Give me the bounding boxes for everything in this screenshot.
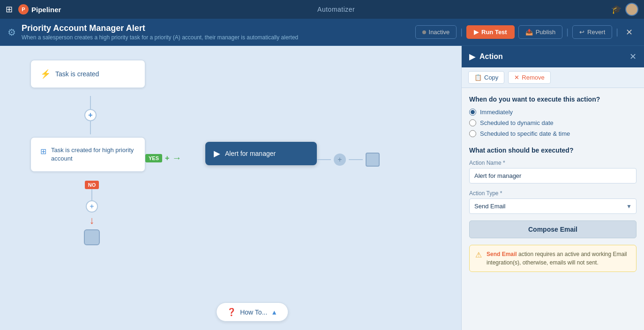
action-type-label: Action Type * (469, 190, 637, 197)
panel-content: When do you want to execute this action?… (462, 88, 644, 330)
separator1: | (460, 27, 463, 37)
condition-node[interactable]: ⊞ Task is created for high priority acco… (30, 137, 145, 172)
settings-icon[interactable]: ⚙ (7, 27, 16, 38)
compose-label: Compose Email (528, 226, 577, 233)
warning-bold-text: Send Email (487, 251, 517, 257)
panel-header: ▶ Action ✕ (462, 46, 644, 67)
radio-specific-input[interactable] (469, 130, 476, 137)
copy-label: Copy (484, 74, 498, 81)
no-line-v1 (91, 189, 92, 200)
page-title: Priority Account Manager Alert (22, 23, 410, 33)
publish-label: Publish (536, 29, 556, 36)
after-action-connector: + (317, 153, 380, 167)
publish-icon: 📤 (525, 29, 533, 36)
panel-play-icon: ▶ (469, 51, 476, 62)
timing-radio-group: Immediately Scheduled to dynamic date Sc… (469, 109, 637, 137)
panel-toolbar: 📋 Copy ✕ Remove (462, 67, 644, 88)
remove-button[interactable]: ✕ Remove (508, 71, 550, 84)
action-node[interactable]: ▶ Alert for manager (205, 142, 317, 165)
header-bar: ⚙ Priority Account Manager Alert When a … (0, 19, 644, 46)
logo-icon: P (18, 4, 29, 15)
radio-dynamic-label: Scheduled to dynamic date (480, 119, 554, 126)
header-title-block: Priority Account Manager Alert When a sa… (22, 23, 410, 41)
trigger-node-label: Task is created (55, 70, 99, 78)
action-play-icon: ▶ (214, 148, 220, 159)
section1-title: When do you want to execute this action? (469, 95, 637, 103)
revert-label: Revert (587, 29, 605, 36)
panel-title: Action (479, 52, 503, 61)
connector-line-v2 (90, 121, 91, 134)
trigger-node[interactable]: ⚡ Task is created (30, 60, 145, 88)
action-name-input[interactable] (469, 168, 637, 183)
nav-center-label: Automatizer (67, 6, 606, 13)
page-subtitle: When a salesperson creates a high priori… (22, 34, 410, 41)
warning-text: Send Email action requires an active and… (487, 250, 630, 267)
filter-icon: ⊞ (40, 147, 46, 156)
user-avatar[interactable] (625, 3, 638, 16)
action-node-label: Alert for manager (225, 150, 276, 157)
chevron-up-icon: ▲ (271, 308, 277, 316)
warning-icon: ⚠ (475, 250, 482, 259)
condition-node-label: Task is created for high priority accoun… (51, 146, 135, 163)
connector-line-v1 (90, 96, 91, 109)
radio-immediately-input[interactable] (469, 109, 476, 116)
close-header-button[interactable]: ✕ (622, 25, 637, 39)
inactive-label: Inactive (429, 29, 450, 36)
yes-arrow-icon: → (172, 153, 181, 163)
remove-icon: ✕ (514, 74, 519, 81)
how-to-label: How To... (240, 308, 267, 316)
publish-button[interactable]: 📤 Publish (518, 25, 563, 39)
radio-specific-label: Scheduled to specific date & time (480, 130, 570, 137)
run-test-button[interactable]: ▶ Run Test (466, 25, 515, 39)
add-after-action-button[interactable]: + (334, 154, 346, 166)
panel-close-button[interactable]: ✕ (629, 51, 637, 62)
panel-header-left: ▶ Action (469, 51, 503, 62)
inactive-button[interactable]: Inactive (415, 25, 457, 39)
run-test-play-icon: ▶ (474, 29, 479, 36)
yes-add-button[interactable]: + (165, 154, 169, 162)
revert-icon: ↩ (579, 29, 584, 36)
yes-badge: YES (145, 154, 162, 162)
section2-title: What action should be executed? (469, 147, 637, 154)
app-name: Pipeliner (31, 6, 61, 14)
separator3: | (616, 27, 618, 37)
copy-icon: 📋 (474, 74, 482, 81)
radio-dynamic[interactable]: Scheduled to dynamic date (469, 119, 637, 126)
action-name-label: Action Name * (469, 160, 637, 166)
how-to-button[interactable]: ❓ How To... ▲ (216, 302, 288, 322)
compose-email-button[interactable]: Compose Email (469, 220, 637, 238)
run-test-label: Run Test (481, 29, 507, 36)
status-dot (422, 30, 426, 34)
hat-icon[interactable]: 🎓 (611, 4, 622, 15)
header-actions: Inactive | ▶ Run Test 📤 Publish | ↩ Reve… (415, 25, 637, 39)
remove-label: Remove (522, 74, 544, 81)
revert-button[interactable]: ↩ Revert (572, 25, 612, 39)
line-after (317, 159, 331, 160)
no-badge: NO (85, 181, 99, 189)
connector-node1-node2: + (84, 96, 97, 134)
copy-button[interactable]: 📋 Copy (468, 71, 504, 84)
radio-immediately[interactable]: Immediately (469, 109, 637, 116)
radio-dynamic-input[interactable] (469, 119, 476, 126)
add-step-button-1[interactable]: + (84, 109, 97, 121)
action-type-select[interactable]: Send Email Send SMS Create Task Update F… (469, 198, 637, 214)
add-no-branch-button[interactable]: + (86, 200, 98, 213)
help-icon: ❓ (227, 308, 236, 316)
no-arrow-icon: ↓ (90, 214, 95, 227)
separator2: | (566, 27, 569, 37)
right-panel: ▶ Action ✕ 📋 Copy ✕ Remove When do you w… (461, 46, 644, 330)
main-layout: ⚡ Task is created + ⊞ Task is created fo… (0, 46, 644, 330)
warning-box: ⚠ Send Email action requires an active a… (469, 245, 637, 272)
grid-icon[interactable]: ⊞ (6, 4, 13, 15)
canvas-area: ⚡ Task is created + ⊞ Task is created fo… (0, 46, 461, 330)
yes-branch: YES + → (145, 153, 181, 163)
no-branch: NO + ↓ (84, 181, 100, 245)
app-logo: P Pipeliner (18, 4, 61, 15)
radio-specific[interactable]: Scheduled to specific date & time (469, 130, 637, 137)
nav-right: 🎓 (611, 3, 638, 16)
top-nav: ⊞ P Pipeliner Automatizer 🎓 (0, 0, 644, 19)
end-node-after (366, 153, 380, 167)
no-end-node (84, 229, 100, 245)
bolt-icon: ⚡ (40, 69, 51, 79)
radio-immediately-label: Immediately (480, 109, 513, 116)
